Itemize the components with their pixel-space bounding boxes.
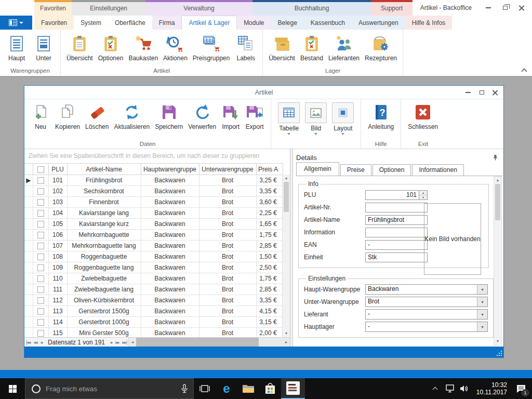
- cell-unterwarengruppe[interactable]: Brot: [199, 219, 256, 230]
- cell-preis-a[interactable]: 2,00 €: [256, 328, 283, 338]
- table-row[interactable]: 104Kaviarstange langBackwarenBrot2,25 €: [24, 208, 283, 219]
- artikel-preisgruppen-button[interactable]: Preisgruppen: [190, 33, 232, 63]
- taskbar-clock[interactable]: 10:32 10.11.2017: [472, 381, 511, 396]
- task-view-button[interactable]: [194, 378, 216, 399]
- details-vertical-scrollbar[interactable]: ▴ ▾: [494, 176, 502, 345]
- row-checkbox-cell[interactable]: [33, 219, 48, 230]
- nav-next-page-button[interactable]: ▸▸: [114, 340, 121, 345]
- tab-artikel-lager[interactable]: Artikel & Lager: [181, 16, 237, 30]
- scrollbar-thumb[interactable]: [495, 184, 500, 220]
- backoffice-app-button[interactable]: [281, 378, 305, 399]
- chevron-down-icon[interactable]: ▾: [477, 285, 487, 294]
- cell-artikel-name[interactable]: Roggenbaguette: [67, 251, 141, 262]
- row-checkbox-cell[interactable]: [33, 241, 48, 251]
- cell-hauptwarengruppe[interactable]: Backwaren: [141, 251, 199, 262]
- cell-unterwarengruppe[interactable]: Brot: [199, 273, 256, 284]
- unter-warengruppen-button[interactable]: Unter: [30, 33, 57, 63]
- row-checkbox[interactable]: [37, 177, 44, 184]
- cell-preis-a[interactable]: 1,50 €: [256, 251, 283, 262]
- header-unterwarengruppe[interactable]: Unterwarengruppe: [199, 164, 256, 175]
- ean-input[interactable]: [365, 240, 428, 250]
- cell-hauptwarengruppe[interactable]: Backwaren: [141, 273, 199, 284]
- cell-unterwarengruppe[interactable]: Brot: [199, 306, 256, 317]
- cell-preis-a[interactable]: 2,50 €: [256, 262, 283, 273]
- table-row[interactable]: 105Kaviarstange kurzBackwarenBrot1,65 €: [24, 219, 283, 230]
- cell-preis-a[interactable]: 1,75 €: [256, 273, 283, 284]
- row-checkbox-cell[interactable]: [33, 273, 48, 284]
- row-checkbox-cell[interactable]: [33, 197, 48, 208]
- cell-hauptwarengruppe[interactable]: Backwaren: [141, 306, 199, 317]
- row-checkbox-cell[interactable]: [33, 186, 48, 197]
- table-row[interactable]: 107Mehrkornbaguette langBackwarenBrot2,8…: [24, 241, 283, 251]
- row-checkbox[interactable]: [37, 286, 44, 293]
- plu-spinner[interactable]: ▴▾: [419, 190, 428, 200]
- edge-button[interactable]: e: [216, 378, 237, 399]
- cell-preis-a[interactable]: 2,25 €: [256, 208, 283, 219]
- table-row[interactable]: 110ZwiebelbaguetteBackwarenBrot1,75 €: [24, 273, 283, 284]
- context-support[interactable]: Support: [371, 0, 413, 16]
- scroll-up-icon[interactable]: ▴: [283, 175, 290, 182]
- information-input[interactable]: [365, 228, 428, 237]
- header-hauptwarengruppe[interactable]: Hauptwarengruppe: [141, 164, 199, 175]
- cell-unterwarengruppe[interactable]: Brot: [199, 262, 256, 273]
- cell-unterwarengruppe[interactable]: Brot: [199, 328, 256, 338]
- lager-rezepturen-button[interactable]: Rezepturen: [362, 33, 400, 63]
- grid-horizontal-scrollbar[interactable]: ◂ ▸: [128, 338, 290, 347]
- cell-plu[interactable]: 103: [48, 197, 67, 208]
- row-checkbox-cell[interactable]: [33, 328, 48, 338]
- layout-dropdown-button[interactable]: Layout: [329, 101, 356, 149]
- table-row[interactable]: 115Mini Gerster 500gBackwarenBrot2,00 €: [24, 328, 283, 338]
- row-checkbox[interactable]: [37, 264, 44, 271]
- cell-hauptwarengruppe[interactable]: Backwaren: [141, 328, 199, 338]
- cell-artikel-name[interactable]: Zwiebelbaguette: [67, 273, 141, 284]
- artikel-name-input[interactable]: [365, 215, 428, 225]
- header-checkbox[interactable]: [33, 164, 48, 175]
- cell-plu[interactable]: 112: [48, 295, 67, 306]
- cell-preis-a[interactable]: 3,60 €: [256, 197, 283, 208]
- table-row[interactable]: 108RoggenbaguetteBackwarenBrot1,50 €: [24, 251, 283, 262]
- table-row[interactable]: 103FinnenbrotBackwarenBrot3,60 €: [24, 197, 283, 208]
- tab-favoriten[interactable]: Favoriten: [34, 16, 74, 30]
- tab-system[interactable]: System: [74, 16, 108, 30]
- table-row[interactable]: ▶101FrühlingsbrotBackwarenBrot3,25 €: [24, 175, 283, 186]
- chevron-down-icon[interactable]: ▾: [477, 310, 487, 319]
- grid-vertical-scrollbar[interactable]: ▴ ▾: [282, 175, 290, 337]
- cell-hauptwarengruppe[interactable]: Backwaren: [141, 197, 199, 208]
- microphone-icon[interactable]: [181, 384, 188, 393]
- cell-hauptwarengruppe[interactable]: Backwaren: [141, 295, 199, 306]
- tab-module[interactable]: Module: [237, 16, 271, 30]
- artikel-aktionen-button[interactable]: Aktionen: [161, 33, 190, 63]
- cell-artikel-name[interactable]: Mehrkornbaguette: [67, 230, 141, 241]
- spin-down-icon[interactable]: ▾: [419, 195, 427, 200]
- lager-bestand-button[interactable]: Bestand: [298, 33, 326, 63]
- row-checkbox-cell[interactable]: [33, 175, 48, 186]
- cell-plu[interactable]: 107: [48, 241, 67, 251]
- unter-warengruppe-select[interactable]: Brot▾: [365, 297, 488, 307]
- row-checkbox[interactable]: [37, 188, 44, 195]
- cell-unterwarengruppe[interactable]: Brot: [199, 208, 256, 219]
- cell-preis-a[interactable]: 3,35 €: [256, 186, 283, 197]
- row-checkbox-cell[interactable]: [33, 230, 48, 241]
- chevron-down-icon[interactable]: ▾: [477, 297, 487, 307]
- tab-hilfe-infos[interactable]: Hilfe & Infos: [405, 16, 453, 30]
- cell-plu[interactable]: 111: [48, 284, 67, 295]
- context-verwaltung[interactable]: Verwaltung: [145, 0, 252, 16]
- cell-hauptwarengruppe[interactable]: Backwaren: [141, 186, 199, 197]
- tray-expand-button[interactable]: [429, 378, 442, 399]
- artikel-window-titlebar[interactable]: Artikel: [24, 86, 503, 99]
- cell-unterwarengruppe[interactable]: Brot: [199, 251, 256, 262]
- cell-plu[interactable]: 110: [48, 273, 67, 284]
- tab-optionen[interactable]: Optionen: [373, 164, 411, 176]
- row-checkbox-cell[interactable]: [33, 208, 48, 219]
- scroll-right-icon[interactable]: ▸: [283, 338, 290, 347]
- table-row[interactable]: 106MehrkornbaguetteBackwarenBrot1,75 €: [24, 230, 283, 241]
- row-checkbox[interactable]: [37, 210, 44, 217]
- close-button[interactable]: [514, 3, 529, 13]
- tab-allgemein[interactable]: Allgemein: [296, 162, 339, 176]
- cell-hauptwarengruppe[interactable]: Backwaren: [141, 317, 199, 328]
- cell-plu[interactable]: 113: [48, 306, 67, 317]
- lager-uebersicht-button[interactable]: Übersicht: [266, 33, 298, 63]
- cell-artikel-name[interactable]: Frühlingsbrot: [67, 175, 141, 186]
- cell-artikel-name[interactable]: Kaviarstange kurz: [67, 219, 141, 230]
- row-checkbox[interactable]: [37, 308, 44, 315]
